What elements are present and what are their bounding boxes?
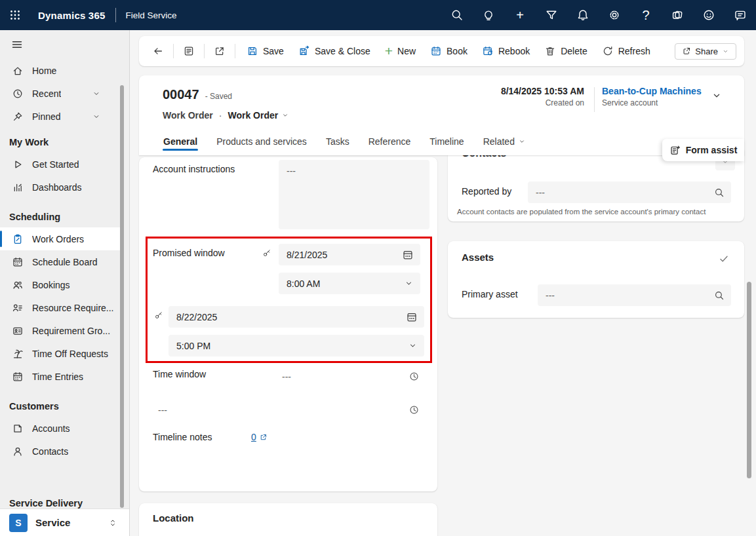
show-tab-navigation-icon[interactable] — [178, 41, 200, 62]
gear-icon[interactable] — [599, 0, 630, 30]
search-icon[interactable] — [441, 0, 473, 30]
area-switcher[interactable]: S Service — [0, 508, 129, 536]
app-launcher-icon[interactable] — [0, 0, 30, 30]
save-button[interactable]: Save — [239, 41, 291, 61]
main-scrollbar[interactable] — [747, 282, 751, 478]
time-window-label: Time window — [153, 369, 206, 379]
help-icon[interactable]: ? — [630, 0, 662, 30]
key-icon — [154, 311, 163, 320]
sidebar-item-contacts[interactable]: Contacts — [0, 440, 121, 463]
chevron-down-icon — [92, 89, 101, 98]
open-in-new-window-icon[interactable] — [209, 41, 231, 62]
sidebar-item-resource-requirements[interactable]: Resource Require... — [0, 296, 121, 319]
primary-asset-lookup[interactable]: --- — [538, 284, 731, 306]
reported-by-lookup[interactable]: --- — [528, 182, 731, 203]
refresh-button[interactable]: Refresh — [595, 41, 658, 61]
tab-general[interactable]: General — [163, 130, 198, 155]
time-window-end-input[interactable]: --- — [158, 404, 420, 415]
clock-icon[interactable] — [408, 371, 420, 382]
rebook-calendar-icon — [482, 45, 494, 57]
date-picker-icon[interactable] — [406, 311, 418, 323]
timeline-notes-link[interactable]: 0 — [251, 432, 268, 442]
location-card-title: Location — [153, 512, 194, 524]
chevron-down-icon[interactable] — [408, 341, 418, 351]
refresh-icon — [602, 45, 614, 57]
area-badge: S — [9, 514, 28, 532]
chevron-down-icon — [722, 48, 729, 55]
record-id: 00047 — [163, 87, 199, 102]
sidebar-item-time-entries[interactable]: Time Entries — [0, 365, 121, 388]
sidebar-scrollbar[interactable] — [120, 85, 124, 508]
feedback-smiley-icon[interactable] — [693, 0, 725, 30]
key-icon — [262, 248, 271, 258]
calendar-icon — [12, 371, 24, 383]
calendar-icon — [12, 256, 24, 268]
tab-reference[interactable]: Reference — [368, 130, 412, 155]
chevron-down-icon — [281, 111, 289, 119]
promised-end-time-select[interactable]: 5:00 PM — [169, 335, 424, 356]
tab-tasks[interactable]: Tasks — [325, 130, 350, 155]
rebook-button[interactable]: Rebook — [475, 41, 537, 61]
filter-icon[interactable] — [536, 0, 567, 30]
chevron-down-icon[interactable] — [404, 278, 414, 288]
new-button[interactable]: + New — [378, 42, 423, 60]
share-button[interactable]: Share — [675, 43, 736, 60]
save-close-icon — [298, 45, 310, 57]
tab-related[interactable]: Related — [483, 130, 527, 155]
vacation-icon — [12, 348, 24, 360]
save-status: - Saved — [205, 92, 232, 101]
sidebar-item-schedule-board[interactable]: Schedule Board — [0, 250, 121, 273]
section-service-delivery: Service Delivery — [9, 498, 83, 508]
app-name[interactable]: Field Service — [125, 10, 176, 20]
location-card: Location — [139, 503, 437, 536]
created-on-value: 8/14/2025 10:53 AM — [501, 86, 584, 96]
book-calendar-icon — [430, 45, 442, 57]
promised-start-time-select[interactable]: 8:00 AM — [279, 273, 420, 294]
sidebar-item-dashboards[interactable]: Dashboards — [0, 176, 121, 199]
sidebar-item-bookings[interactable]: Bookings — [0, 273, 121, 296]
search-icon[interactable] — [714, 290, 725, 301]
topbar-actions: + ? — [441, 0, 756, 30]
sidebar-item-requirement-groups[interactable]: Requirement Gro... — [0, 319, 121, 342]
promised-end-date-input[interactable]: 8/22/2025 — [169, 306, 424, 328]
back-button[interactable] — [147, 41, 169, 62]
clipboard-icon — [12, 233, 24, 245]
sidebar-item-work-orders[interactable]: Work Orders — [0, 227, 121, 250]
sidebar-item-pinned[interactable]: Pinned — [0, 105, 121, 128]
account-instructions-input[interactable]: --- — [279, 160, 429, 229]
date-picker-icon[interactable] — [402, 249, 414, 261]
header-expand-chevron-icon[interactable] — [711, 90, 723, 102]
dashboard-icon — [12, 182, 24, 193]
chat-icon[interactable] — [725, 0, 756, 30]
assets-card-title: Assets — [462, 252, 494, 263]
building-icon — [12, 423, 24, 434]
quick-create-icon[interactable]: + — [504, 0, 536, 30]
promised-start-date-input[interactable]: 8/21/2025 — [279, 244, 420, 265]
time-window-start-input[interactable]: --- — [282, 371, 420, 382]
sidebar-item-recent[interactable]: Recent — [0, 82, 121, 105]
sidebar-item-time-off-requests[interactable]: Time Off Requests — [0, 342, 121, 365]
bell-icon[interactable] — [567, 0, 599, 30]
check-icon[interactable] — [718, 253, 730, 265]
service-account-link[interactable]: Bean-to-Cup Machines — [602, 86, 702, 96]
search-icon[interactable] — [714, 187, 725, 198]
sidebar-item-home[interactable]: Home — [0, 59, 121, 82]
tab-products-and-services[interactable]: Products and services — [216, 130, 308, 155]
sidebar-item-accounts[interactable]: Accounts — [0, 417, 121, 440]
save-and-close-button[interactable]: Save & Close — [291, 41, 378, 61]
service-account-field[interactable]: Bean-to-Cup Machines Service account — [602, 86, 702, 107]
form-assist-button[interactable]: Form assist — [662, 139, 744, 161]
brand-title[interactable]: Dynamics 365 — [38, 10, 105, 21]
copilot-icon[interactable] — [662, 0, 693, 30]
trash-icon — [544, 45, 556, 57]
hamburger-icon[interactable] — [10, 38, 24, 51]
delete-button[interactable]: Delete — [537, 41, 594, 61]
form-selector[interactable]: Work Order — [228, 110, 289, 121]
save-icon — [247, 45, 258, 57]
record-id-row: 00047 - Saved — [163, 87, 232, 102]
lightbulb-icon[interactable] — [473, 0, 504, 30]
book-button[interactable]: Book — [423, 41, 475, 61]
sidebar-item-get-started[interactable]: Get Started — [0, 153, 121, 176]
tab-timeline[interactable]: Timeline — [429, 130, 464, 155]
clock-icon[interactable] — [408, 404, 420, 415]
